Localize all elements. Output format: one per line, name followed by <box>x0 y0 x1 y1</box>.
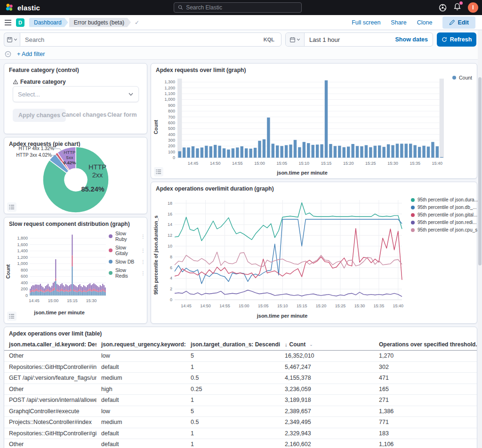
page-scrollbar-track[interactable] <box>478 30 482 448</box>
table-row[interactable]: GET /api/:version/feature_flags/unleash.… <box>4 373 477 384</box>
svg-text:14:45: 14:45 <box>188 161 199 166</box>
breadcrumb-dashboard[interactable]: Dashboard <box>29 18 68 27</box>
table-row[interactable]: Projects::NotesController#indexmedium0.5… <box>4 417 477 428</box>
svg-text:500: 500 <box>168 126 175 131</box>
stacked-bar-chart: 02004006008001,0001,2001,4001,6001,80014… <box>11 231 108 305</box>
column-header-target-duration[interactable]: json.target_duration_s: Descending⌄ <box>186 341 280 348</box>
legend-actions-icon[interactable]: ⋮ <box>141 259 145 264</box>
cancel-changes-button[interactable]: Cancel changes <box>62 112 106 118</box>
svg-text:1,100: 1,100 <box>164 91 175 96</box>
table-cell: 471 <box>374 375 477 381</box>
table-cell: 1 <box>186 397 280 403</box>
column-header-operations-over-threshold[interactable]: Operations over specified threshold...⌄ <box>374 341 477 348</box>
kql-language-button[interactable]: KQL <box>262 36 276 43</box>
svg-text:15:10: 15:10 <box>299 161 310 166</box>
legend-item[interactable]: Slow Redis⋮ <box>109 267 145 279</box>
legend-item[interactable]: Slow Gitaly⋮ <box>109 245 145 256</box>
svg-text:0: 0 <box>170 297 172 302</box>
table-row[interactable]: Otherdefault12,160,6021,106 <box>4 439 477 448</box>
svg-text:700: 700 <box>168 115 175 120</box>
panel-title: Slow request component distribution (gra… <box>9 221 130 227</box>
svg-text:14:55: 14:55 <box>219 304 230 308</box>
notifications-button[interactable] <box>453 3 461 13</box>
legend-dot <box>411 213 415 217</box>
legend-item[interactable]: Slow Ruby⋮ <box>109 231 145 242</box>
elastic-logo[interactable]: elastic <box>0 3 40 12</box>
table-cell: 1,386 <box>374 408 477 415</box>
show-dates-button[interactable]: Show dates <box>395 36 433 43</box>
global-search-input[interactable] <box>186 4 297 11</box>
svg-text:15:30: 15:30 <box>86 298 97 303</box>
legend-item[interactable]: 95th percentile of json.gital... <box>411 212 476 217</box>
legend-dot <box>411 206 415 209</box>
add-filter-button[interactable]: + Add filter <box>17 51 45 57</box>
column-header-count[interactable]: ↓ Count⌄ <box>280 341 374 348</box>
table-cell: GET /api/:version/feature_flags/unleash.… <box>4 375 96 381</box>
menu-toggle-button[interactable] <box>0 19 16 26</box>
clear-form-button[interactable]: Clear form <box>107 112 137 118</box>
user-avatar[interactable]: I <box>468 2 478 13</box>
panel-options-button[interactable] <box>7 202 16 212</box>
page-scrollbar-thumb[interactable] <box>478 77 482 265</box>
table-cell: 2,389,657 <box>280 408 374 415</box>
clone-button[interactable]: Clone <box>417 19 433 26</box>
query-bar: KQL Last 1 hour Show dates Refresh <box>0 30 482 48</box>
edit-button[interactable]: Edit <box>442 16 475 29</box>
table-cell: 165 <box>374 386 477 392</box>
kql-search-box[interactable]: KQL <box>20 32 281 47</box>
space-badge[interactable]: D <box>16 18 24 27</box>
filter-options-icon[interactable] <box>5 51 11 57</box>
chevron-down-icon <box>128 91 134 97</box>
panel-options-button[interactable] <box>7 312 16 321</box>
table-row[interactable]: GraphqlController#executelow52,389,6571,… <box>4 406 477 417</box>
legend-item[interactable]: 95th percentile of json.cpu_s <box>411 227 476 232</box>
svg-text:15:10: 15:10 <box>277 304 288 308</box>
table-row[interactable]: Repositories::GitHttpController#git_upl.… <box>4 428 477 440</box>
legend-label: Count <box>459 75 472 80</box>
table-row[interactable]: Otherlow516,352,0101,270 <box>4 351 477 362</box>
panel-options-button[interactable] <box>154 167 163 176</box>
panel-title: Apdex operations overlimit duration (gra… <box>156 185 274 192</box>
legend-item[interactable]: 95th percentile of json.dura... <box>411 197 476 202</box>
saved-query-menu-button[interactable] <box>4 32 20 47</box>
table-row[interactable]: Repositories::GitHttpController#info_ref… <box>4 362 477 373</box>
global-search[interactable] <box>174 2 302 13</box>
brand-name: elastic <box>17 4 40 12</box>
legend-label: Slow DB <box>115 259 134 264</box>
table-cell: 0.25 <box>186 386 280 392</box>
legend-actions-icon[interactable]: ⋮ <box>141 248 145 253</box>
cloud-deployment-icon[interactable] <box>439 4 447 12</box>
legend-item[interactable]: 95th percentile of json.redi... <box>411 220 476 225</box>
kql-search-input[interactable] <box>25 36 262 43</box>
legend-actions-icon[interactable]: ⋮ <box>141 271 145 276</box>
legend-item[interactable]: Slow DB⋮ <box>109 259 145 264</box>
nav-bar: D Dashboard Error budgets (beta) ✓ Full … <box>0 15 482 30</box>
date-menu-button[interactable] <box>286 33 305 46</box>
table-cell: Repositories::GitHttpController#git_upl.… <box>4 430 96 437</box>
svg-text:1,600: 1,600 <box>17 242 28 247</box>
legend-item[interactable]: 95th percentile of json.db_... <box>411 205 476 210</box>
legend-label: 95th percentile of json.redi... <box>418 220 477 225</box>
legend-actions-icon[interactable]: ⋮ <box>141 234 145 239</box>
svg-text:15:30: 15:30 <box>387 161 398 166</box>
column-header-request-urgency[interactable]: json.request_urgency.keyword: Des...⌄ <box>96 341 186 348</box>
table-cell: 183 <box>374 430 477 437</box>
legend-item[interactable]: Count <box>452 75 472 80</box>
legend-label: Slow Ruby <box>115 231 138 242</box>
column-header-caller-id[interactable]: json.meta.caller_id.keyword: Desce...⌄ <box>4 341 96 348</box>
table-row[interactable]: Otherhigh0.253,236,059165 <box>4 384 477 395</box>
panel-options-icon <box>9 313 15 319</box>
svg-text:1,800: 1,800 <box>17 236 28 240</box>
feature-category-select[interactable]: Select... <box>13 86 139 102</box>
table-row[interactable]: POST /api/:version/internal/alloweddefau… <box>4 395 477 406</box>
chart-legend: Count <box>452 75 472 80</box>
table-cell: Repositories::GitHttpController#info_ref… <box>4 364 96 370</box>
svg-text:800: 800 <box>21 268 28 272</box>
time-range-value[interactable]: Last 1 hour <box>305 36 340 43</box>
full-screen-button[interactable]: Full screen <box>352 19 380 26</box>
apply-changes-button[interactable]: Apply changes <box>13 109 66 122</box>
share-button[interactable]: Share <box>391 19 406 26</box>
legend-label: Slow Redis <box>115 267 138 279</box>
svg-text:14: 14 <box>168 222 172 227</box>
refresh-button[interactable]: Refresh <box>437 32 476 47</box>
